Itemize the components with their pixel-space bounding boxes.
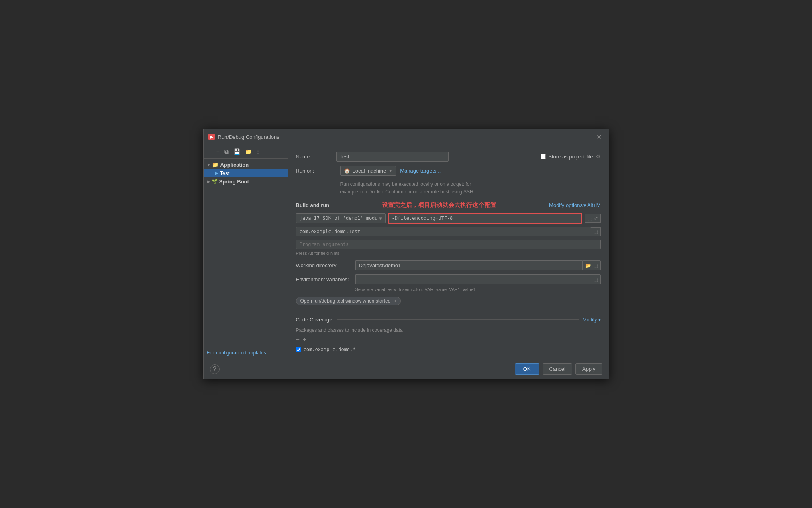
expand-working-dir-button[interactable]: ⬚ <box>593 262 599 269</box>
gear-icon[interactable]: ⚙ <box>596 153 601 160</box>
run-on-label: Run on: <box>296 168 336 174</box>
sidebar: + − ⧉ 💾 📁 ↕ ▼ 📁 Application ▶ Test ▶ <box>204 145 288 359</box>
main-area: + − ⧉ 💾 📁 ↕ ▼ 📁 Application ▶ Test ▶ <box>204 145 609 359</box>
debug-pill-container: Open run/debug tool window when started … <box>296 297 601 310</box>
coverage-item-value: com.example.demo.* <box>304 347 356 352</box>
folder-config-button[interactable]: 📁 <box>243 148 253 156</box>
config-tree: ▼ 📁 Application ▶ Test ▶ 🌱 Spring Boot <box>204 159 288 346</box>
chevron-down-icon: ▾ <box>583 202 586 208</box>
expand-vm-options-button[interactable]: ⬚ <box>586 215 592 221</box>
modify-chevron-icon: ▾ <box>598 317 601 323</box>
name-label: Name: <box>296 154 336 160</box>
house-icon: 🏠 <box>344 168 350 174</box>
apply-button[interactable]: Apply <box>575 363 602 375</box>
run-on-row: Run on: 🏠 Local machine ▼ Manage targets… <box>296 166 601 176</box>
sort-config-button[interactable]: ↕ <box>255 148 261 156</box>
env-vars-row: Environment variables: ⬚ <box>296 274 601 284</box>
coverage-controls: − + <box>296 336 601 343</box>
open-debug-pill: Open run/debug tool window when started … <box>296 297 401 305</box>
footer-left: ? <box>210 364 220 374</box>
name-and-store-row: Name: Store as project file ⚙ <box>296 152 601 162</box>
coverage-item: com.example.demo.* <box>296 347 601 352</box>
java-sdk-dropdown[interactable]: java 17 SDK of 'demo1' modu ▼ <box>296 213 386 223</box>
help-button[interactable]: ? <box>210 364 220 374</box>
toggle-spring-boot: ▶ <box>207 179 210 184</box>
code-coverage-title: Code Coverage <box>296 317 333 323</box>
spring-boot-icon: 🌱 <box>212 179 218 184</box>
store-project-row: Store as project file ⚙ <box>541 153 600 160</box>
sidebar-footer: Edit configuration templates... <box>204 346 288 359</box>
sidebar-toolbar: + − ⧉ 💾 📁 ↕ <box>204 145 288 159</box>
java-vm-row: java 17 SDK of 'demo1' modu ▼ ⬚ ⤢ <box>296 213 601 224</box>
remove-config-button[interactable]: − <box>215 148 221 156</box>
working-dir-btns: 📂 ⬚ <box>582 260 601 270</box>
env-vars-btns: ⬚ <box>591 274 601 284</box>
remove-coverage-button[interactable]: − <box>296 336 300 343</box>
toggle-application: ▼ <box>207 163 211 167</box>
application-label: Application <box>220 162 249 168</box>
save-config-button[interactable]: 💾 <box>232 148 242 156</box>
manage-targets-link[interactable]: Manage targets... <box>400 168 441 174</box>
program-args-input[interactable] <box>296 240 601 249</box>
sidebar-item-test[interactable]: ▶ Test <box>204 169 288 177</box>
code-coverage-section: Code Coverage Modify ▾ Packages and clas… <box>296 317 601 352</box>
working-dir-input[interactable] <box>355 260 582 270</box>
fullscreen-vm-options-button[interactable]: ⤢ <box>593 215 599 221</box>
code-coverage-divider: Code Coverage Modify ▾ <box>296 317 601 323</box>
separator-hint: Separate variables with semicolon: VAR=v… <box>355 287 601 292</box>
sidebar-item-application[interactable]: ▼ 📁 Application <box>204 161 288 169</box>
application-folder-icon: 📁 <box>212 162 218 168</box>
expand-env-vars-button[interactable]: ⬚ <box>593 276 599 283</box>
title-bar-left: ▶ Run/Debug Configurations <box>208 134 280 140</box>
run-hint-line2: example in a Docker Container or on a re… <box>340 188 601 196</box>
cancel-button[interactable]: Cancel <box>543 363 572 375</box>
vm-options-input[interactable] <box>388 213 582 224</box>
edit-templates-link[interactable]: Edit configuration templates... <box>207 350 270 356</box>
modify-options-button[interactable]: Modify options ▾ Alt+M <box>549 202 600 208</box>
close-button[interactable]: ✕ <box>594 132 604 142</box>
vm-options-actions: ⬚ ⤢ <box>585 214 601 223</box>
annotation-text: 设置完之后，项目启动就会去执行这个配置 <box>329 201 549 209</box>
working-dir-label: Working directory: <box>296 262 352 268</box>
remove-debug-pill-button[interactable]: ✕ <box>393 299 396 304</box>
java-sdk-label: java 17 SDK of 'demo1' modu <box>300 215 378 221</box>
sidebar-item-spring-boot[interactable]: ▶ 🌱 Spring Boot <box>204 177 288 186</box>
spring-boot-label: Spring Boot <box>219 179 249 185</box>
copy-config-button[interactable]: ⧉ <box>223 148 230 156</box>
run-hint: Run configurations may be executed local… <box>340 181 601 196</box>
working-dir-field: 📂 ⬚ <box>355 260 601 270</box>
title-bar: ▶ Run/Debug Configurations ✕ <box>204 129 609 145</box>
modify-label: Modify <box>583 317 597 323</box>
main-class-row: ⬚ <box>296 227 601 236</box>
footer-buttons: OK Cancel Apply <box>515 363 602 375</box>
env-vars-field: ⬚ <box>355 274 601 284</box>
coverage-item-checkbox[interactable] <box>296 347 301 352</box>
browse-working-dir-button[interactable]: 📂 <box>584 262 592 269</box>
add-config-button[interactable]: + <box>207 148 213 156</box>
dialog-title: Run/Debug Configurations <box>218 134 280 140</box>
java-dropdown-arrow: ▼ <box>379 216 382 221</box>
expand-main-class-button[interactable]: ⬚ <box>593 228 599 235</box>
app-icon: ▶ <box>208 134 215 140</box>
env-vars-input[interactable] <box>355 274 591 284</box>
local-machine-label: Local machine <box>353 168 386 174</box>
dropdown-arrow: ▼ <box>388 169 392 173</box>
run-hint-line1: Run configurations may be executed local… <box>340 181 601 188</box>
run-debug-dialog: ▶ Run/Debug Configurations ✕ + − ⧉ 💾 📁 ↕… <box>203 129 609 379</box>
main-class-actions: ⬚ <box>591 227 601 236</box>
ok-button[interactable]: OK <box>515 363 539 375</box>
press-alt-hint: Press Alt for field hints <box>296 251 601 256</box>
modify-coverage-link[interactable]: Modify ▾ <box>583 317 601 323</box>
modify-options-label: Modify options <box>549 202 583 208</box>
name-input[interactable] <box>336 152 449 162</box>
dialog-footer: ? OK Cancel Apply <box>204 359 609 379</box>
test-config-icon: ▶ <box>215 170 218 176</box>
local-machine-dropdown[interactable]: 🏠 Local machine ▼ <box>340 166 396 176</box>
build-run-section-header: Build and run 设置完之后，项目启动就会去执行这个配置 Modify… <box>296 201 601 209</box>
add-coverage-button[interactable]: + <box>303 336 306 343</box>
store-as-project-checkbox[interactable] <box>541 154 546 159</box>
main-class-input[interactable] <box>296 227 591 236</box>
divider-line <box>337 319 579 320</box>
env-vars-label: Environment variables: <box>296 276 352 282</box>
shortcut-label: Alt+M <box>587 202 601 208</box>
